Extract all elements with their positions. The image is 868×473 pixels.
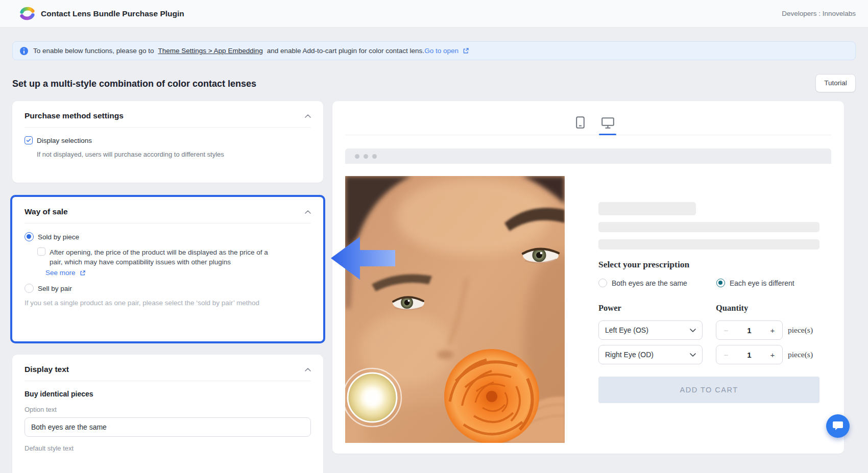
plus-button[interactable]: + — [763, 351, 782, 359]
quantity-stepper: − 1 + — [716, 320, 783, 340]
rose — [444, 349, 539, 443]
chevron-down-icon — [690, 329, 696, 332]
same-eyes-option: Both eyes are the same — [598, 279, 687, 287]
info-icon — [20, 47, 28, 55]
prescription-title: Select your prescription — [598, 259, 689, 270]
price-warning-checkbox[interactable] — [37, 247, 45, 256]
header: Contact Lens Bundle Purchase Plugin Deve… — [0, 0, 868, 28]
display-selections-checkbox[interactable] — [25, 136, 33, 144]
price-warning-text: After opening, the price of the product … — [50, 247, 277, 267]
add-to-cart-button[interactable]: ADD TO CART — [598, 377, 819, 403]
divider — [25, 381, 311, 381]
quantity-value: 1 — [736, 351, 763, 359]
divider — [25, 127, 311, 128]
right-eye-select-value: Right Eye (OD) — [605, 351, 654, 359]
minus-button[interactable]: − — [716, 326, 736, 335]
default-style-label: Default style text — [25, 444, 311, 452]
different-eyes-option: Each eye is different — [716, 279, 794, 287]
quantity-value: 1 — [736, 326, 763, 335]
power-label: Power — [598, 303, 621, 313]
app-window: Contact Lens Bundle Purchase Plugin Deve… — [0, 0, 868, 473]
check-icon — [26, 137, 32, 143]
purchase-method-helper: If not displayed, users will purchase ac… — [37, 150, 311, 159]
display-selections-label: Display selections — [37, 136, 92, 145]
unit-label: piece(s) — [788, 326, 813, 335]
external-link-icon[interactable] — [463, 47, 469, 54]
tabs-divider — [345, 135, 831, 135]
theme-settings-link[interactable]: Theme Settings > App Embedding — [158, 47, 262, 55]
purchase-method-card: Purchase method settings Display selecti… — [12, 101, 323, 183]
banner-text-before: To enable below functions, please go to — [33, 47, 154, 55]
unit-label: piece(s) — [788, 350, 813, 359]
left-eye-select-value: Left Eye (OS) — [605, 326, 648, 334]
way-of-sale-card: Way of sale Sold by piece After opening,… — [10, 195, 325, 343]
browser-bar — [345, 148, 831, 164]
tutorial-button[interactable]: Tutorial — [815, 74, 856, 92]
different-eyes-radio[interactable] — [716, 279, 725, 287]
collapse-chevron-icon[interactable] — [305, 114, 311, 118]
skeleton-bar — [598, 202, 696, 215]
go-to-open-link[interactable]: Go to open — [424, 47, 459, 55]
app-logo-icon — [19, 6, 35, 21]
see-more-link[interactable]: See more — [45, 269, 86, 277]
collapse-chevron-icon[interactable] — [305, 210, 311, 214]
pair-helper-text: If you set a single product as one pair,… — [25, 298, 264, 308]
skeleton-bar — [598, 222, 819, 232]
sold-by-piece-radio[interactable] — [25, 232, 34, 241]
preview-card: Select your prescription Both eyes are t… — [332, 101, 844, 454]
portrait-image — [345, 176, 565, 443]
banner-text-after: and enable Add-to-cart plugin for color … — [267, 47, 424, 55]
sell-by-pair-radio[interactable] — [25, 284, 34, 293]
skeleton-bar — [598, 239, 819, 250]
app-title: Contact Lens Bundle Purchase Plugin — [41, 0, 184, 27]
chat-icon — [832, 421, 843, 431]
right-eye-select[interactable]: Right Eye (OD) — [598, 345, 703, 364]
buy-identical-pieces-label: Buy identical pieces — [25, 390, 311, 398]
option-text-input[interactable] — [25, 417, 311, 437]
collapse-chevron-icon[interactable] — [305, 368, 311, 371]
sold-by-piece-label: Sold by piece — [38, 233, 79, 241]
quantity-label: Quantity — [716, 303, 748, 313]
see-more-label: See more — [45, 269, 76, 277]
browser-dot — [355, 154, 359, 159]
different-eyes-label: Each eye is different — [730, 279, 794, 287]
desktop-tab[interactable] — [601, 117, 614, 129]
browser-dot — [364, 154, 368, 159]
display-text-card: Display text Buy identical pieces Option… — [12, 355, 323, 473]
browser-dot — [372, 154, 377, 159]
same-eyes-radio[interactable] — [598, 279, 607, 287]
quantity-stepper: − 1 + — [716, 345, 783, 364]
info-banner: To enable below functions, please go to … — [12, 41, 856, 60]
left-eye-select[interactable]: Left Eye (OS) — [598, 320, 703, 340]
sell-by-pair-label: Sell by pair — [38, 285, 72, 292]
chevron-down-icon — [690, 353, 696, 357]
same-eyes-label: Both eyes are the same — [612, 279, 687, 287]
external-link-icon — [80, 270, 86, 276]
mobile-tab[interactable] — [576, 116, 585, 129]
way-of-sale-title: Way of sale — [25, 207, 68, 216]
display-text-title: Display text — [25, 365, 69, 374]
divider — [25, 223, 311, 223]
plus-button[interactable]: + — [763, 326, 782, 335]
active-tab-indicator — [599, 134, 616, 135]
account-label: Developers : Innovelabs — [782, 0, 856, 27]
pointer-arrow — [331, 237, 395, 280]
option-text-label: Option text — [25, 406, 311, 413]
purchase-method-title: Purchase method settings — [25, 111, 124, 120]
minus-button[interactable]: − — [716, 351, 736, 359]
chat-launcher[interactable] — [826, 414, 850, 438]
page-title: Set up a multi-style combination of colo… — [12, 74, 256, 93]
